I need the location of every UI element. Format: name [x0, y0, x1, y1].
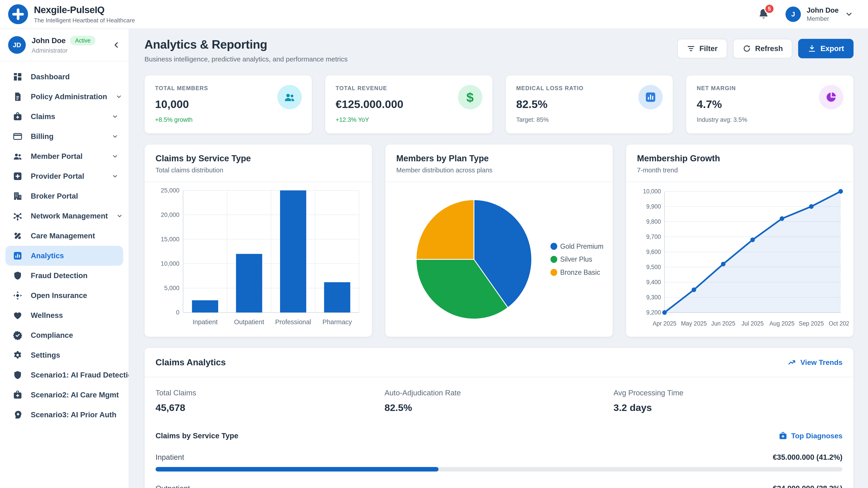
- svg-text:9,400: 9,400: [646, 279, 661, 286]
- line-chart-card: Membership Growth 7-month trend 9,2009,3…: [626, 144, 854, 337]
- topbar: Nexgile-PulseIQ The Intelligent Heartbea…: [0, 0, 868, 29]
- psychology-icon: [13, 410, 23, 420]
- notifications-button[interactable]: 5: [757, 8, 770, 21]
- sidebar-item-claims[interactable]: Claims: [0, 107, 129, 127]
- sidebar-user-role: Administrator: [32, 47, 95, 54]
- refresh-button[interactable]: Refresh: [733, 39, 793, 58]
- svg-text:Outpatient: Outpatient: [234, 318, 264, 326]
- kpi-icon-bubble: [819, 85, 843, 109]
- svg-text:Apr 2025: Apr 2025: [653, 320, 676, 327]
- svg-text:Gold Premium: Gold Premium: [560, 242, 603, 250]
- svg-text:Pharmacy: Pharmacy: [322, 318, 352, 326]
- sidebar-item-label: Policy Administration: [31, 92, 107, 101]
- sidebar-item-label: Scenario3: AI Prior Auth: [31, 411, 116, 419]
- chevron-down-icon: [115, 93, 123, 100]
- kpi-icon-bubble: $: [458, 85, 483, 109]
- grid-icon: [13, 72, 23, 82]
- notification-badge: 5: [764, 4, 775, 14]
- medical-kit-icon: [778, 431, 787, 440]
- line-chart: 9,2009,3009,4009,5009,6009,7009,8009,900…: [626, 182, 853, 337]
- pie-chart-title: Members by Plan Type: [396, 154, 602, 163]
- svg-text:9,800: 9,800: [646, 218, 661, 225]
- avatar: J: [785, 6, 801, 22]
- top-diagnoses-link[interactable]: Top Diagnoses: [778, 431, 842, 440]
- verified-icon: [13, 330, 23, 340]
- sidebar-item-policy-administration[interactable]: Policy Administration: [0, 87, 129, 107]
- kpi-card-net-margin: NET MARGIN4.7%Industry avg: 3.5%: [686, 75, 854, 133]
- svg-text:Professional: Professional: [275, 318, 311, 326]
- sidebar-item-care-management[interactable]: Care Management: [0, 226, 129, 246]
- filter-button[interactable]: Filter: [677, 39, 727, 58]
- filter-button-label: Filter: [700, 44, 718, 53]
- line-chart-subtitle: 7-month trend: [637, 166, 842, 174]
- people-icon: [283, 91, 296, 103]
- app-tagline: The Intelligent Heartbeat of Healthcare: [34, 17, 135, 24]
- sidebar-item-provider-portal[interactable]: Provider Portal: [0, 166, 129, 186]
- kpi-subtext: +12.3% YoY: [336, 116, 482, 123]
- sidebar-item-compliance[interactable]: Compliance: [0, 325, 129, 345]
- sidebar-item-label: Scenario2: AI Care Mgmt: [31, 391, 119, 399]
- chevron-down-icon: [112, 133, 119, 140]
- export-button[interactable]: Export: [798, 39, 854, 58]
- sidebar-item-broker-portal[interactable]: Broker Portal: [0, 186, 129, 206]
- svg-text:Oct 2025: Oct 2025: [829, 320, 849, 327]
- sidebar-item-wellness[interactable]: Wellness: [0, 305, 129, 325]
- line-chart-title: Membership Growth: [637, 154, 842, 163]
- sidebar-item-settings[interactable]: Settings: [0, 345, 129, 365]
- sidebar-item-open-insurance[interactable]: Open Insurance: [0, 286, 129, 305]
- sidebar-user-card: JD John Doe Active Administrator: [0, 29, 129, 61]
- chevron-down-icon: [112, 173, 119, 180]
- user-menu[interactable]: J John Doe Member: [785, 6, 854, 22]
- sidebar-item-member-portal[interactable]: Member Portal: [0, 147, 129, 166]
- kpi-card-total-revenue: TOTAL REVENUE€125.000.000+12.3% YoY$: [325, 75, 493, 133]
- sidebar-item-label: Care Management: [31, 232, 95, 240]
- people-icon: [13, 151, 23, 161]
- credit-card-icon: [13, 131, 23, 141]
- sidebar-item-network-management[interactable]: Network Management: [0, 206, 129, 226]
- sidebar-user-name: John Doe: [32, 36, 66, 45]
- sidebar-item-analytics[interactable]: Analytics: [5, 246, 123, 266]
- view-trends-label: View Trends: [800, 358, 842, 367]
- sidebar-item-dashboard[interactable]: Dashboard: [0, 67, 129, 87]
- claims-bar-label: Inpatient: [156, 453, 184, 462]
- chevron-down-icon: [116, 213, 123, 220]
- sidebar-item-scenario1-ai-fraud-detection[interactable]: Scenario1: AI Fraud Detection: [0, 365, 129, 385]
- svg-text:10,000: 10,000: [161, 260, 179, 267]
- svg-text:Jul 2025: Jul 2025: [741, 320, 764, 327]
- stat-label: Total Claims: [156, 389, 384, 397]
- svg-text:May 2025: May 2025: [681, 320, 707, 327]
- dollar-icon: $: [466, 90, 473, 105]
- claims-stat-total-claims: Total Claims45,678: [156, 389, 384, 413]
- sidebar-item-fraud-detection[interactable]: Fraud Detection: [0, 266, 129, 286]
- view-trends-link[interactable]: View Trends: [788, 358, 842, 367]
- stat-label: Auto-Adjudication Rate: [384, 389, 614, 397]
- svg-text:25,000: 25,000: [161, 187, 179, 194]
- page-title: Analytics & Reporting: [145, 37, 348, 51]
- trending-up-icon: [788, 358, 797, 367]
- document-icon: [13, 92, 23, 102]
- sidebar-item-scenario3-ai-prior-auth[interactable]: Scenario3: AI Prior Auth: [0, 405, 129, 425]
- claims-bar-value: €35.000.000 (41.2%): [773, 453, 842, 462]
- kpi-subtext: +8.5% growth: [155, 116, 301, 123]
- svg-text:10,000: 10,000: [643, 188, 661, 195]
- sidebar-item-scenario2-ai-care-mgmt[interactable]: Scenario2: AI Care Mgmt: [0, 385, 129, 405]
- svg-text:9,500: 9,500: [646, 264, 661, 270]
- claims-analytics-title: Claims Analytics: [156, 357, 226, 367]
- sidebar-item-billing[interactable]: Billing: [0, 127, 129, 147]
- progress-fill: [156, 467, 438, 471]
- claims-stat-avg-processing-time: Avg Processing Time3.2 days: [614, 389, 842, 413]
- app-title: Nexgile-PulseIQ: [34, 4, 135, 15]
- sidebar-item-label: Wellness: [31, 311, 63, 320]
- download-icon: [808, 44, 816, 53]
- sidebar-item-label: Provider Portal: [31, 172, 84, 181]
- sidebar-collapse-button[interactable]: [112, 40, 121, 50]
- breakdown-title: Claims by Service Type: [156, 431, 238, 440]
- user-name: John Doe: [807, 6, 839, 14]
- svg-text:9,700: 9,700: [646, 233, 661, 240]
- app-logo-icon: [8, 4, 28, 24]
- bar-chart-title: Claims by Service Type: [156, 154, 361, 163]
- shield-icon: [13, 271, 23, 281]
- svg-text:9,300: 9,300: [646, 294, 661, 301]
- move-icon: [13, 291, 23, 300]
- bar-chart-card: Claims by Service Type Total claims dist…: [145, 144, 372, 337]
